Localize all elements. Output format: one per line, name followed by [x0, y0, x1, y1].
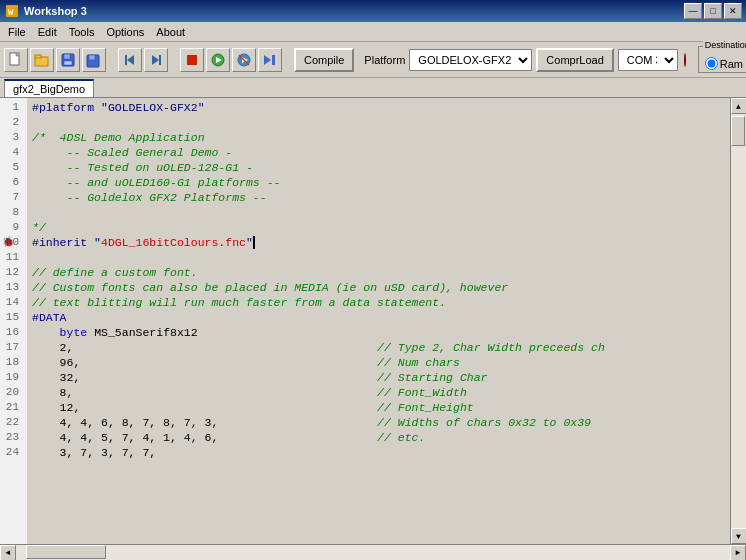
line-number: 6	[0, 175, 23, 190]
line-number: 🐞10	[0, 235, 23, 250]
code-line: #DATA	[32, 310, 726, 325]
line-number: 22	[0, 415, 23, 430]
dest-ram-label: Ram	[720, 58, 743, 70]
svg-rect-15	[187, 55, 197, 65]
forward-button[interactable]	[144, 48, 168, 72]
code-line	[32, 205, 726, 220]
vertical-scrollbar[interactable]: ▲ ▼	[730, 98, 746, 544]
menu-about[interactable]: About	[150, 24, 191, 40]
code-line	[32, 250, 726, 265]
maximize-button[interactable]: □	[704, 3, 722, 19]
code-line: 3, 7, 3, 7, 7,	[32, 445, 726, 460]
svg-marker-22	[264, 55, 271, 65]
breakpoint-icon: 🐞	[2, 235, 14, 250]
title-bar: W Workshop 3 — □ ✕	[0, 0, 746, 22]
line-number: 24	[0, 445, 23, 460]
scroll-up-button[interactable]: ▲	[731, 98, 747, 114]
line-number: 12	[0, 265, 23, 280]
line-number: 21	[0, 400, 23, 415]
menu-file[interactable]: File	[2, 24, 32, 40]
menu-edit[interactable]: Edit	[32, 24, 63, 40]
line-number: 7	[0, 190, 23, 205]
comprload-button[interactable]: ComprLoad	[536, 48, 613, 72]
scroll-track-vertical[interactable]	[731, 114, 746, 528]
code-line: */	[32, 220, 726, 235]
svg-rect-21	[272, 55, 275, 65]
destination-label: Destination	[703, 40, 746, 50]
new-button[interactable]	[4, 48, 28, 72]
back-button[interactable]	[118, 48, 142, 72]
line-number: 9	[0, 220, 23, 235]
line-number: 23	[0, 430, 23, 445]
run-toolbar-group	[180, 48, 282, 72]
line-number: 16	[0, 325, 23, 340]
app-icon: W	[4, 3, 20, 19]
line-numbers: 123456789🐞101112131415161718192021222324	[0, 98, 28, 544]
step-button[interactable]	[258, 48, 282, 72]
menu-tools[interactable]: Tools	[63, 24, 101, 40]
stop-button[interactable]	[180, 48, 204, 72]
svg-rect-12	[125, 55, 127, 65]
code-line: byte MS_5anSerif8x12	[32, 325, 726, 340]
save-button[interactable]	[56, 48, 80, 72]
platform-label: Platform	[364, 54, 405, 66]
line-number: 14	[0, 295, 23, 310]
scroll-down-button[interactable]: ▼	[731, 528, 747, 544]
editor-with-scrollbar: 123456789🐞101112131415161718192021222324…	[0, 98, 746, 544]
tab-gfx2bigdemo[interactable]: gfx2_BigDemo	[4, 79, 94, 97]
close-button[interactable]: ✕	[724, 3, 742, 19]
horizontal-scrollbar[interactable]: ◄ ►	[0, 544, 746, 560]
line-number: 8	[0, 205, 23, 220]
run-button[interactable]	[206, 48, 230, 72]
code-line: #inherit "4DGL_16bitColours.fnc"	[32, 235, 726, 250]
destination-options: Ram Flash	[705, 57, 746, 70]
scroll-thumb-vertical[interactable]	[731, 116, 745, 146]
svg-marker-13	[152, 55, 159, 65]
scroll-right-button[interactable]: ►	[730, 545, 746, 561]
connection-status	[684, 53, 686, 67]
file-toolbar-group	[4, 48, 106, 72]
code-line: /* 4DSL Demo Application	[32, 130, 726, 145]
code-line: 12, // Font_Height	[32, 400, 726, 415]
code-line: // text blitting will run much faster fr…	[32, 295, 726, 310]
code-line: // Custom fonts can also be placed in ME…	[32, 280, 726, 295]
menu-options[interactable]: Options	[100, 24, 150, 40]
code-line: // define a custom font.	[32, 265, 726, 280]
saveall-button[interactable]	[82, 48, 106, 72]
open-button[interactable]	[30, 48, 54, 72]
dest-ram-radio[interactable]	[705, 57, 718, 70]
code-line: #platform "GOLDELOX-GFX2"	[32, 100, 726, 115]
compile-button[interactable]: Compile	[294, 48, 354, 72]
line-number: 3	[0, 130, 23, 145]
menu-bar: File Edit Tools Options About	[0, 22, 746, 42]
debug-button[interactable]	[232, 48, 256, 72]
line-number: 19	[0, 370, 23, 385]
com-dropdown[interactable]: COM 3	[618, 49, 678, 71]
line-number: 4	[0, 145, 23, 160]
code-line: 8, // Font_Width	[32, 385, 726, 400]
svg-text:W: W	[8, 8, 14, 18]
minimize-button[interactable]: —	[684, 3, 702, 19]
svg-rect-7	[64, 54, 70, 59]
svg-rect-5	[35, 55, 41, 58]
scroll-track-horizontal[interactable]	[16, 545, 730, 560]
code-line: 2, // Type 2, Char Width preceeds ch	[32, 340, 726, 355]
window-controls[interactable]: — □ ✕	[684, 3, 742, 19]
svg-marker-11	[127, 55, 134, 65]
line-number: 13	[0, 280, 23, 295]
scroll-left-button[interactable]: ◄	[0, 545, 16, 561]
editor-outer: 123456789🐞101112131415161718192021222324…	[0, 98, 746, 560]
svg-rect-10	[89, 55, 95, 60]
svg-rect-8	[64, 61, 72, 65]
line-number: 11	[0, 250, 23, 265]
tab-bar: gfx2_BigDemo	[0, 78, 746, 98]
line-number: 15	[0, 310, 23, 325]
dest-ram-option[interactable]: Ram	[705, 57, 743, 70]
line-number: 17	[0, 340, 23, 355]
code-editor[interactable]: #platform "GOLDELOX-GFX2"/* 4DSL Demo Ap…	[28, 98, 730, 544]
code-line: 4, 4, 5, 7, 4, 1, 4, 6, // etc.	[32, 430, 726, 445]
platform-dropdown[interactable]: GOLDELOX-GFX2	[409, 49, 532, 71]
line-number: 2	[0, 115, 23, 130]
scroll-thumb-horizontal[interactable]	[26, 545, 106, 559]
code-line: 32, // Starting Char	[32, 370, 726, 385]
